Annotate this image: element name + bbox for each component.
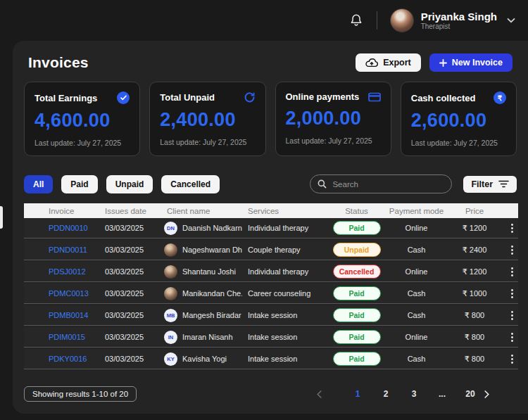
new-invoice-button[interactable]: New Invoice [429,53,513,72]
payment-mode: Cash [386,311,446,319]
topbar-divider [377,11,377,30]
price: ₹ 1000 [446,289,503,298]
issue-date: 03/03/2025 [98,355,154,363]
stat-last-update: Last update: July 27, 2025 [286,136,381,145]
row-menu-button[interactable] [503,333,521,342]
col-services: Services [242,207,327,215]
panel-header: Invoices Export New Invoice [23,51,518,73]
user-name: Priyanka Singh [421,11,497,23]
client-name: Manikandan Che... [182,289,242,298]
tab-all[interactable]: All [24,175,53,193]
stat-label: Total Earnings [34,93,97,103]
tab-cancelled[interactable]: Cancelled [161,175,220,193]
client-cell: Nageshwaran Dh... [154,243,242,257]
row-menu-button[interactable] [503,224,521,233]
filter-button[interactable]: Filter [463,176,517,193]
page-button-1[interactable]: 1 [344,389,372,399]
stat-value: 2,400.00 [160,109,255,131]
payment-mode: Cash [386,246,446,254]
payment-mode: Online [386,267,446,276]
service: Career counseling [242,289,327,298]
client-cell: IN Imaran Nisanh [154,331,242,344]
header-actions: Export New Invoice [356,53,513,72]
row-menu-button[interactable] [503,246,521,255]
credit-card-icon [368,92,381,102]
tab-paid[interactable]: Paid [61,175,97,193]
rupee-circle-icon: ₹ [494,91,506,104]
next-page-button[interactable] [484,390,511,398]
service: Intake session [242,333,327,341]
stat-last-update: Last update: July 27, 2025 [160,138,255,146]
client-avatar: IN [164,331,177,344]
refresh-icon [244,91,256,103]
invoice-link[interactable]: PDMC0013 [24,289,98,298]
col-status: Status [327,207,386,215]
invoices-table: Invoice Issues date Client name Services… [24,203,518,369]
bell-icon [350,13,363,27]
kebab-icon [511,289,513,298]
page-ellipsis[interactable]: ... [428,389,456,399]
invoice-link[interactable]: PDMB0014 [24,311,98,319]
row-menu-button[interactable] [503,289,521,298]
status-badge: Paid [333,330,381,344]
issue-date: 03/03/2025 [98,267,154,276]
check-circle-icon [117,91,130,104]
service: Individual therapy [242,224,327,232]
stat-card-cash-collected: Cash collected ₹ 2,600.00 Last update: J… [401,82,517,156]
cloud-export-icon [365,58,378,68]
stat-last-update: Last update: July 27, 2025 [34,139,130,147]
col-price: Price [446,207,503,215]
row-menu-button[interactable] [503,267,521,276]
issue-date: 03/03/2025 [98,333,154,341]
stats-row: Total Earnings 4,600.00 Last update: Jul… [24,82,517,156]
client-cell: DN Daanish Nadkarni [154,222,242,235]
client-name: Imaran Nisanh [182,333,233,341]
status-badge: Paid [333,352,381,366]
page-button-3[interactable]: 3 [400,389,428,399]
invoice-link[interactable]: PDDN0010 [24,224,98,232]
status-badge: Cancelled [333,265,381,279]
chevron-left-icon [317,390,344,398]
status-badge: Unpaid [333,243,381,257]
user-menu-button[interactable] [507,18,515,23]
prev-page-button[interactable] [317,390,344,398]
stat-value: 4,600.00 [34,110,130,132]
kebab-icon [511,355,513,364]
client-name: Nageshwaran Dh... [182,246,242,254]
user-avatar[interactable] [390,8,414,32]
payment-mode: Cash [386,289,446,298]
status-badge: Paid [333,221,381,235]
search-box[interactable] [310,174,452,193]
export-button[interactable]: Export [356,53,421,72]
new-invoice-label: New Invoice [452,58,503,68]
invoice-link[interactable]: PDND0011 [24,246,98,254]
row-menu-button[interactable] [503,355,521,364]
client-cell: KY Kavisha Yogi [154,352,242,366]
notifications-button[interactable] [350,13,363,27]
tab-unpaid[interactable]: Unpaid [106,175,153,193]
plus-icon [439,59,447,67]
service: Couple therapy [242,246,327,254]
table-row: PDDN0010 03/03/2025 DN Daanish Nadkarni … [24,218,518,238]
table-row: PDKY0016 03/03/2025 KY Kavisha Yogi Inta… [24,349,518,369]
invoice-link[interactable]: PDSJ0012 [24,267,98,276]
client-avatar [164,243,177,257]
invoice-link[interactable]: PDIM0015 [24,333,98,341]
stat-label: Cash collected [411,93,476,103]
col-issues-date: Issues date [98,207,154,215]
left-edge-scroll-indicator[interactable] [0,206,3,229]
stat-value: 2,000.00 [286,108,381,129]
search-input[interactable] [332,180,444,189]
stat-value: 2,600.00 [411,110,506,132]
service: Intake session [242,311,327,319]
invoice-link[interactable]: PDKY0016 [24,355,98,363]
export-label: Export [383,58,411,68]
page-button-2[interactable]: 2 [372,389,400,399]
page-button-20[interactable]: 20 [456,389,484,399]
service: Intake session [242,355,327,363]
filter-row: All Paid Unpaid Cancelled Filter [24,174,517,193]
row-menu-button[interactable] [503,311,521,320]
stat-card-online-payments: Online payments 2,000.00 Last update: Ju… [275,82,391,156]
kebab-icon [511,311,513,320]
client-avatar: KY [164,352,177,366]
